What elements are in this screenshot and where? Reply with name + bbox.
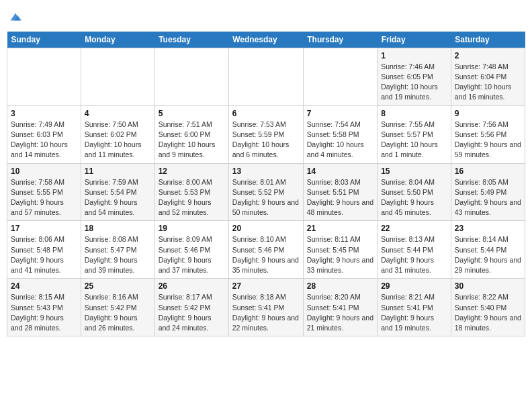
week-row-1: 3Sunrise: 7:49 AM Sunset: 6:03 PM Daylig…: [7, 105, 525, 163]
calendar-cell: 15Sunrise: 8:04 AM Sunset: 5:50 PM Dayli…: [378, 163, 451, 221]
day-number: 16: [455, 167, 521, 176]
day-number: 24: [11, 281, 77, 291]
day-info: Sunrise: 7:59 AM Sunset: 5:54 PM Dayligh…: [85, 177, 151, 218]
calendar-cell: 25Sunrise: 8:16 AM Sunset: 5:42 PM Dayli…: [81, 279, 154, 336]
day-number: 30: [455, 281, 521, 291]
day-number: 23: [455, 224, 521, 233]
day-info: Sunrise: 7:46 AM Sunset: 6:05 PM Dayligh…: [381, 62, 447, 103]
day-number: 10: [11, 167, 77, 176]
day-info: Sunrise: 8:11 AM Sunset: 5:45 PM Dayligh…: [307, 234, 373, 275]
day-info: Sunrise: 8:16 AM Sunset: 5:42 PM Dayligh…: [85, 292, 151, 333]
calendar-cell: 3Sunrise: 7:49 AM Sunset: 6:03 PM Daylig…: [7, 105, 81, 163]
calendar-header-row: SundayMondayTuesdayWednesdayThursdayFrid…: [7, 32, 525, 48]
calendar-cell: 2Sunrise: 7:48 AM Sunset: 6:04 PM Daylig…: [451, 48, 525, 105]
calendar-cell: 14Sunrise: 8:03 AM Sunset: 5:51 PM Dayli…: [303, 163, 377, 221]
day-info: Sunrise: 8:10 AM Sunset: 5:46 PM Dayligh…: [232, 234, 300, 275]
calendar-cell: 20Sunrise: 8:10 AM Sunset: 5:46 PM Dayli…: [228, 221, 303, 279]
calendar-cell: 1Sunrise: 7:46 AM Sunset: 6:05 PM Daylig…: [378, 48, 451, 105]
logo-icon: [8, 9, 23, 24]
calendar-cell: 11Sunrise: 7:59 AM Sunset: 5:54 PM Dayli…: [81, 163, 154, 221]
day-number: 21: [307, 224, 373, 233]
day-number: 12: [159, 167, 225, 176]
header-thursday: Thursday: [303, 32, 377, 48]
week-row-3: 17Sunrise: 8:06 AM Sunset: 5:48 PM Dayli…: [7, 221, 525, 279]
day-info: Sunrise: 8:04 AM Sunset: 5:50 PM Dayligh…: [381, 177, 447, 218]
day-number: 9: [455, 109, 521, 118]
day-info: Sunrise: 7:56 AM Sunset: 5:56 PM Dayligh…: [455, 120, 521, 161]
day-number: 19: [159, 224, 225, 233]
week-row-0: 1Sunrise: 7:46 AM Sunset: 6:05 PM Daylig…: [7, 48, 525, 105]
day-number: 28: [307, 281, 373, 291]
calendar-cell: 8Sunrise: 7:55 AM Sunset: 5:57 PM Daylig…: [378, 105, 451, 163]
calendar-cell: 17Sunrise: 8:06 AM Sunset: 5:48 PM Dayli…: [7, 221, 81, 279]
day-info: Sunrise: 8:18 AM Sunset: 5:41 PM Dayligh…: [232, 292, 300, 333]
day-info: Sunrise: 7:53 AM Sunset: 5:59 PM Dayligh…: [232, 120, 300, 161]
day-info: Sunrise: 7:50 AM Sunset: 6:02 PM Dayligh…: [85, 120, 151, 161]
day-info: Sunrise: 8:14 AM Sunset: 5:44 PM Dayligh…: [455, 234, 521, 275]
day-info: Sunrise: 8:00 AM Sunset: 5:53 PM Dayligh…: [159, 177, 225, 218]
week-row-2: 10Sunrise: 7:58 AM Sunset: 5:55 PM Dayli…: [7, 163, 525, 221]
day-info: Sunrise: 8:22 AM Sunset: 5:40 PM Dayligh…: [455, 292, 521, 333]
calendar-cell: 16Sunrise: 8:05 AM Sunset: 5:49 PM Dayli…: [451, 163, 525, 221]
header-sunday: Sunday: [7, 32, 81, 48]
day-number: 22: [381, 224, 447, 233]
day-info: Sunrise: 7:55 AM Sunset: 5:57 PM Dayligh…: [381, 120, 447, 161]
day-number: 8: [381, 109, 447, 118]
calendar-cell: 10Sunrise: 7:58 AM Sunset: 5:55 PM Dayli…: [7, 163, 81, 221]
day-number: 20: [232, 224, 300, 233]
calendar-cell: 7Sunrise: 7:54 AM Sunset: 5:58 PM Daylig…: [303, 105, 377, 163]
page-header: [7, 7, 525, 28]
day-number: 27: [232, 281, 300, 291]
calendar-cell: 29Sunrise: 8:21 AM Sunset: 5:41 PM Dayli…: [378, 279, 451, 336]
calendar-cell: 9Sunrise: 7:56 AM Sunset: 5:56 PM Daylig…: [451, 105, 525, 163]
calendar-cell: 27Sunrise: 8:18 AM Sunset: 5:41 PM Dayli…: [228, 279, 303, 336]
header-friday: Friday: [378, 32, 451, 48]
calendar-cell: 26Sunrise: 8:17 AM Sunset: 5:42 PM Dayli…: [154, 279, 228, 336]
calendar-cell: [228, 48, 303, 105]
calendar-cell: 28Sunrise: 8:20 AM Sunset: 5:41 PM Dayli…: [303, 279, 377, 336]
day-number: 29: [381, 281, 447, 291]
calendar-cell: 18Sunrise: 8:08 AM Sunset: 5:47 PM Dayli…: [81, 221, 154, 279]
logo: [7, 9, 23, 28]
header-wednesday: Wednesday: [228, 32, 303, 48]
calendar-cell: 23Sunrise: 8:14 AM Sunset: 5:44 PM Dayli…: [451, 221, 525, 279]
day-info: Sunrise: 8:13 AM Sunset: 5:44 PM Dayligh…: [381, 234, 447, 275]
week-row-4: 24Sunrise: 8:15 AM Sunset: 5:43 PM Dayli…: [7, 279, 525, 336]
day-number: 2: [455, 51, 521, 60]
day-number: 11: [85, 167, 151, 176]
day-number: 15: [381, 167, 447, 176]
calendar-cell: [154, 48, 228, 105]
day-info: Sunrise: 8:17 AM Sunset: 5:42 PM Dayligh…: [159, 292, 225, 333]
calendar-cell: 6Sunrise: 7:53 AM Sunset: 5:59 PM Daylig…: [228, 105, 303, 163]
calendar-cell: 13Sunrise: 8:01 AM Sunset: 5:52 PM Dayli…: [228, 163, 303, 221]
day-number: 17: [11, 224, 77, 233]
calendar-cell: 12Sunrise: 8:00 AM Sunset: 5:53 PM Dayli…: [154, 163, 228, 221]
day-number: 6: [232, 109, 300, 118]
calendar-cell: [81, 48, 154, 105]
day-info: Sunrise: 8:05 AM Sunset: 5:49 PM Dayligh…: [455, 177, 521, 218]
day-info: Sunrise: 7:54 AM Sunset: 5:58 PM Dayligh…: [307, 120, 373, 161]
calendar-cell: 30Sunrise: 8:22 AM Sunset: 5:40 PM Dayli…: [451, 279, 525, 336]
calendar-cell: 22Sunrise: 8:13 AM Sunset: 5:44 PM Dayli…: [378, 221, 451, 279]
day-number: 25: [85, 281, 151, 291]
day-info: Sunrise: 8:06 AM Sunset: 5:48 PM Dayligh…: [11, 234, 77, 275]
calendar-table: SundayMondayTuesdayWednesdayThursdayFrid…: [7, 32, 525, 336]
calendar-cell: 21Sunrise: 8:11 AM Sunset: 5:45 PM Dayli…: [303, 221, 377, 279]
day-info: Sunrise: 8:20 AM Sunset: 5:41 PM Dayligh…: [307, 292, 373, 333]
day-info: Sunrise: 8:01 AM Sunset: 5:52 PM Dayligh…: [232, 177, 300, 218]
calendar-cell: 5Sunrise: 7:51 AM Sunset: 6:00 PM Daylig…: [154, 105, 228, 163]
day-info: Sunrise: 7:58 AM Sunset: 5:55 PM Dayligh…: [11, 177, 77, 218]
day-info: Sunrise: 7:49 AM Sunset: 6:03 PM Dayligh…: [11, 120, 77, 161]
day-info: Sunrise: 8:08 AM Sunset: 5:47 PM Dayligh…: [85, 234, 151, 275]
day-info: Sunrise: 8:15 AM Sunset: 5:43 PM Dayligh…: [11, 292, 77, 333]
day-number: 26: [159, 281, 225, 291]
day-number: 18: [85, 224, 151, 233]
day-number: 14: [307, 167, 373, 176]
day-info: Sunrise: 8:21 AM Sunset: 5:41 PM Dayligh…: [381, 292, 447, 333]
day-info: Sunrise: 7:48 AM Sunset: 6:04 PM Dayligh…: [455, 62, 521, 103]
day-number: 3: [11, 109, 77, 118]
day-number: 5: [159, 109, 225, 118]
day-number: 13: [232, 167, 300, 176]
calendar-cell: 24Sunrise: 8:15 AM Sunset: 5:43 PM Dayli…: [7, 279, 81, 336]
calendar-cell: [7, 48, 81, 105]
